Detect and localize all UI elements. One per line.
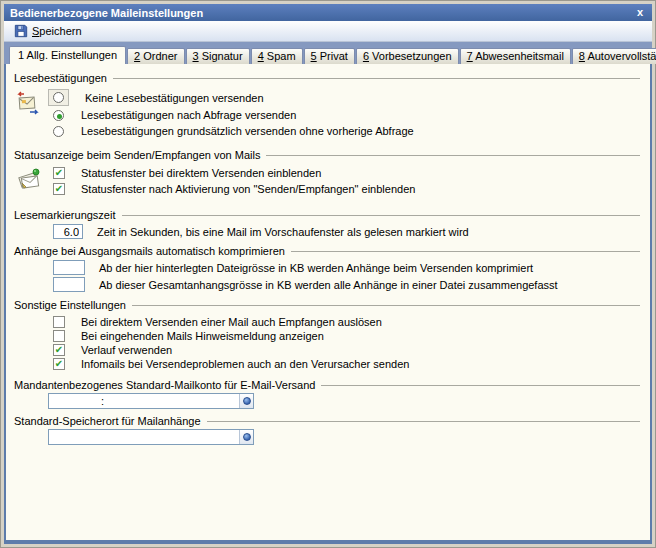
checkbox-statuswindow-direct-send[interactable] <box>53 167 65 179</box>
read-mark-time-input[interactable] <box>53 224 83 239</box>
mail-send-receive-icon <box>16 91 40 117</box>
compress-totalsize-label: Ab dieser Gesamtanhangsgrösse in KB werd… <box>99 279 558 291</box>
tab-signatur[interactable]: 3 Signatur <box>186 48 250 64</box>
radio-read-receipts-after-prompt[interactable] <box>53 110 64 121</box>
tab-vorbesetzungen[interactable]: 6 Vorbesetzungen <box>356 48 459 64</box>
checkbox-direct-send-triggers-receive[interactable] <box>53 316 65 328</box>
section-divider <box>321 385 640 386</box>
section-misc: Bei direktem Versenden einer Mail auch E… <box>14 315 642 371</box>
tab-content-allg-einstellungen: Lesebestätigungen Keine Lesebestätigunge… <box>4 64 652 544</box>
tab-autovervollstaendigung[interactable]: 8 Autovervollständigung <box>572 48 656 64</box>
compress-filesize-input[interactable] <box>53 260 85 275</box>
settings-window: Bedienerbezogene Maileinstellungen x Spe… <box>0 0 656 548</box>
section-default-account-header: Mandantenbezogenes Standard-Mailkonto fü… <box>14 379 640 391</box>
checkbox-label: Bei eingehenden Mails Hinweismeldung anz… <box>81 330 324 342</box>
default-location-combobox[interactable] <box>48 429 254 445</box>
default-account-dropdown-button[interactable] <box>239 394 253 408</box>
checkbox-row: Bei direktem Versenden einer Mail auch E… <box>48 315 642 329</box>
section-title: Mandantenbezogenes Standard-Mailkonto fü… <box>14 379 315 391</box>
checkbox-row: Statusfenster nach Aktivierung von "Send… <box>48 181 642 197</box>
radio-label: Lesebestätigungen nach Abfrage versenden <box>81 109 296 121</box>
checkbox-label: Bei direktem Versenden einer Mail auch E… <box>81 316 382 328</box>
section-title: Statusanzeige beim Senden/Empfangen von … <box>14 149 260 161</box>
compress-size-row: Ab der hier hinterlegten Dateigrösse in … <box>53 259 642 276</box>
default-account-combobox[interactable]: : <box>48 393 254 409</box>
checkbox-infomail-to-originator[interactable] <box>53 358 65 370</box>
compress-filesize-label: Ab der hier hinterlegten Dateigrösse in … <box>99 262 533 274</box>
tab-privat[interactable]: 5 Privat <box>304 48 355 64</box>
radio-row: Lesebestätigungen nach Abfrage versenden <box>48 107 642 123</box>
checkbox-use-history[interactable] <box>53 344 65 356</box>
checkbox-statuswindow-send-receive[interactable] <box>53 183 65 195</box>
section-divider <box>266 155 640 156</box>
section-compress-header: Anhänge bei Ausgangsmails automatisch ko… <box>14 245 640 257</box>
section-default-location-header: Standard-Speicherort für Mailanhänge <box>14 415 640 427</box>
section-divider <box>122 215 641 216</box>
default-location-dropdown-button[interactable] <box>239 430 253 444</box>
section-title: Anhänge bei Ausgangsmails automatisch ko… <box>14 245 285 257</box>
section-divider <box>113 78 640 79</box>
checkbox-label: Verlauf verwenden <box>81 344 172 356</box>
save-button[interactable]: Speichern <box>9 23 87 39</box>
tab-band: 1 Allg. Einstellungen 2 Ordner 3 Signatu… <box>4 42 652 64</box>
section-status-display: Statusfenster bei direktem Versenden ein… <box>14 165 642 197</box>
checkbox-row: Bei eingehenden Mails Hinweismeldung anz… <box>48 329 642 343</box>
window-title: Bedienerbezogene Maileinstellungen <box>10 7 634 19</box>
mail-status-icon <box>16 167 42 195</box>
section-divider <box>207 421 640 422</box>
checkbox-label: Statusfenster nach Aktivierung von "Send… <box>81 183 415 195</box>
compress-totalsize-input[interactable] <box>53 277 85 292</box>
compress-total-row: Ab dieser Gesamtanhangsgrösse in KB werd… <box>53 276 642 293</box>
save-icon <box>14 24 28 38</box>
radio-read-receipts-always[interactable] <box>53 126 64 137</box>
section-read-mark-time-header: Lesemarkierungszeit <box>14 209 640 221</box>
section-divider <box>291 251 640 252</box>
radio-label: Lesebestätigungen grundsätzlich versende… <box>81 125 414 137</box>
radio-row: Lesebestätigungen grundsätzlich versende… <box>48 123 642 139</box>
radio-no-read-receipts[interactable] <box>53 92 64 103</box>
focus-box <box>48 89 69 106</box>
default-account-value: : <box>49 395 239 407</box>
section-status-display-header: Statusanzeige beim Senden/Empfangen von … <box>14 149 640 161</box>
save-label: Speichern <box>32 25 82 37</box>
section-title: Standard-Speicherort für Mailanhänge <box>14 415 201 427</box>
read-mark-time-row: Zeit in Sekunden, bis eine Mail im Vorsc… <box>53 223 642 240</box>
section-title: Sonstige Einstellungen <box>14 299 126 311</box>
section-title: Lesebestätigungen <box>14 72 107 84</box>
section-misc-header: Sonstige Einstellungen <box>14 299 640 311</box>
checkbox-row: Verlauf verwenden <box>48 343 642 357</box>
close-button[interactable]: x <box>634 7 646 18</box>
checkbox-label: Infomails bei Versendeproblemen auch an … <box>81 358 409 370</box>
checkbox-row: Infomails bei Versendeproblemen auch an … <box>48 357 642 371</box>
tab-allg-einstellungen[interactable]: 1 Allg. Einstellungen <box>9 46 126 64</box>
section-title: Lesemarkierungszeit <box>14 209 116 221</box>
checkbox-label: Statusfenster bei direktem Versenden ein… <box>81 167 321 179</box>
tab-ordner[interactable]: 2 Ordner <box>127 48 184 64</box>
dropdown-icon <box>243 397 251 405</box>
read-mark-time-label: Zeit in Sekunden, bis eine Mail im Vorsc… <box>97 226 469 238</box>
checkbox-row: Statusfenster bei direktem Versenden ein… <box>48 165 642 181</box>
toolbar: Speichern <box>4 21 652 42</box>
radio-row: Keine Lesebestätigungen versenden <box>48 89 642 106</box>
titlebar: Bedienerbezogene Maileinstellungen x <box>4 4 652 21</box>
section-read-receipts: Keine Lesebestätigungen versenden Lesebe… <box>14 89 642 139</box>
tab-abwesenheitsmail[interactable]: 7 Abwesenheitsmail <box>460 48 571 64</box>
section-read-receipts-header: Lesebestätigungen <box>14 72 640 84</box>
radio-label: Keine Lesebestätigungen versenden <box>85 92 264 104</box>
checkbox-incoming-mail-notification[interactable] <box>53 330 65 342</box>
tab-spam[interactable]: 4 Spam <box>251 48 303 64</box>
dropdown-icon <box>243 433 251 441</box>
section-divider <box>132 305 640 306</box>
